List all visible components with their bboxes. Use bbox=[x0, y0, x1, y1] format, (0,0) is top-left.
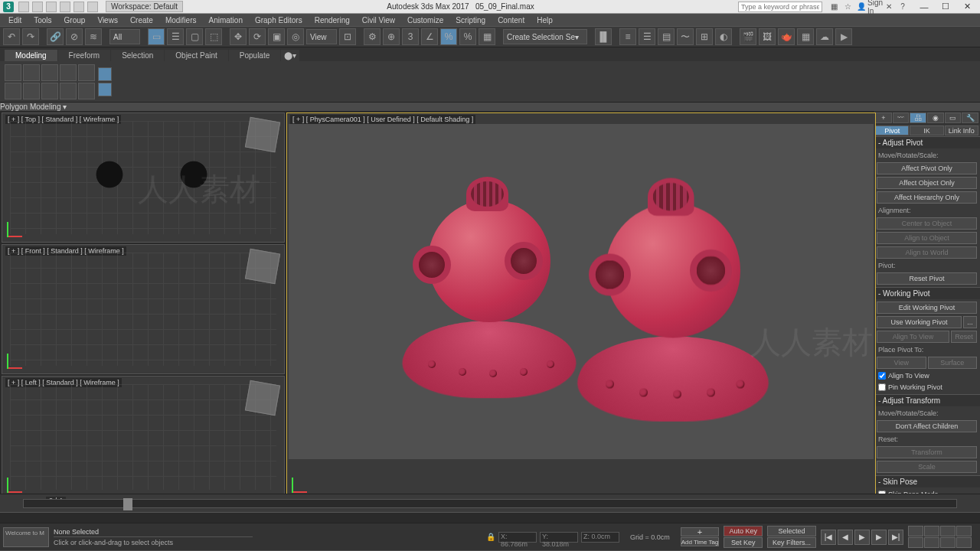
select-object-button[interactable]: ▭ bbox=[148, 28, 165, 45]
select-name-button[interactable]: ☰ bbox=[167, 28, 184, 45]
zoom-button[interactable] bbox=[908, 526, 923, 536]
auto-key-button[interactable]: Auto Key bbox=[724, 526, 763, 536]
subtab-link-info[interactable]: Link Info bbox=[945, 126, 978, 135]
subobj-edge-button[interactable] bbox=[23, 64, 40, 81]
exchange-icon[interactable]: ✕ bbox=[884, 2, 894, 12]
align-to-view-button[interactable]: Align To View bbox=[877, 331, 949, 343]
play-button[interactable]: ▶ bbox=[854, 530, 870, 545]
move-button[interactable]: ✥ bbox=[230, 28, 247, 45]
zoom-extents-all-button[interactable] bbox=[956, 526, 972, 536]
reset-transform-button[interactable]: Transform bbox=[877, 446, 977, 458]
goto-start-button[interactable]: |◀ bbox=[821, 530, 836, 545]
y-coord-field[interactable]: Y: 38.018m bbox=[540, 532, 578, 543]
render-production-button[interactable]: 🫖 bbox=[778, 28, 795, 45]
subobj-element-button[interactable] bbox=[78, 64, 95, 81]
render-online-button[interactable]: ☁ bbox=[816, 28, 833, 45]
tab-populate[interactable]: Populate bbox=[229, 50, 280, 61]
zoom-extents-button[interactable] bbox=[940, 526, 956, 536]
zoom-all-button[interactable] bbox=[924, 526, 939, 536]
viewport-camera-label[interactable]: [ + ] [ PhysCamera001 ] [ User Defined ]… bbox=[290, 115, 475, 124]
rb-toggle-2[interactable] bbox=[98, 83, 112, 96]
subtab-ik[interactable]: IK bbox=[910, 126, 943, 135]
affect-pivot-only-button[interactable]: Affect Pivot Only bbox=[877, 162, 977, 174]
motion-tab-icon[interactable]: ◉ bbox=[927, 112, 944, 123]
next-frame-button[interactable]: ▶ bbox=[871, 530, 887, 545]
help-search-input[interactable] bbox=[738, 2, 822, 12]
x-coord-field[interactable]: X: 86.786m bbox=[498, 532, 537, 543]
menu-views[interactable]: Views bbox=[92, 15, 123, 25]
display-tab-icon[interactable]: ▭ bbox=[945, 112, 962, 123]
bind-button[interactable]: ≋ bbox=[85, 28, 102, 45]
signin-icon[interactable]: 👤 bbox=[856, 2, 867, 12]
menu-rendering[interactable]: Rendering bbox=[309, 15, 355, 25]
reset-scale-button[interactable]: Scale bbox=[877, 461, 977, 473]
menu-graph-editors[interactable]: Graph Editors bbox=[250, 15, 308, 25]
orbit-button[interactable] bbox=[940, 537, 956, 548]
tab-freeform[interactable]: Freeform bbox=[58, 50, 111, 61]
ribbon-toggle-icon[interactable]: ⬤▾ bbox=[281, 50, 299, 61]
subobj-polygon-button[interactable] bbox=[60, 64, 77, 81]
minimize-button[interactable]: — bbox=[914, 2, 934, 12]
key-mode-dropdown[interactable]: Selected bbox=[767, 526, 816, 536]
align-to-world-button[interactable]: Align to World bbox=[877, 246, 977, 259]
signin-button[interactable]: Sign In bbox=[870, 2, 880, 12]
qa-project-icon[interactable] bbox=[87, 2, 98, 12]
selection-filter-dropdown[interactable]: All bbox=[109, 29, 140, 44]
rotate-button[interactable]: ⟳ bbox=[249, 28, 266, 45]
menu-create[interactable]: Create bbox=[125, 15, 158, 25]
close-button[interactable]: ✕ bbox=[957, 2, 977, 12]
prev-frame-button[interactable]: ◀ bbox=[838, 530, 853, 545]
maximize-viewport-button[interactable] bbox=[956, 537, 972, 548]
qa-open-icon[interactable] bbox=[32, 2, 43, 12]
rb-preview-button[interactable] bbox=[5, 83, 21, 99]
utilities-tab-icon[interactable]: 🔧 bbox=[962, 112, 978, 123]
subobj-vertex-button[interactable] bbox=[5, 64, 21, 81]
place-pivot-view-button[interactable]: View bbox=[877, 357, 926, 369]
viewport-front[interactable]: [ + ] [ Front ] [ Standard ] [ Wireframe… bbox=[2, 244, 285, 374]
rollout-header[interactable]: - Adjust Transform bbox=[874, 395, 980, 406]
place-pivot-surface-button[interactable]: Surface bbox=[928, 357, 978, 369]
rb-ignore-button[interactable] bbox=[23, 83, 40, 99]
dont-affect-children-button[interactable]: Don't Affect Children bbox=[877, 420, 977, 432]
unlink-button[interactable]: ⊘ bbox=[66, 28, 83, 45]
menu-group[interactable]: Group bbox=[59, 15, 91, 25]
manipulate-button[interactable]: ⚙ bbox=[364, 28, 381, 45]
undo-button[interactable]: ↶ bbox=[3, 28, 20, 45]
modify-tab-icon[interactable]: 〰 bbox=[893, 112, 910, 123]
menu-tools[interactable]: Tools bbox=[28, 15, 57, 25]
pan-button[interactable] bbox=[924, 537, 939, 548]
mirror-button[interactable]: ▐▌ bbox=[595, 28, 612, 45]
menu-animation[interactable]: Animation bbox=[203, 15, 247, 25]
z-coord-field[interactable]: Z: 0.0cm bbox=[581, 532, 619, 543]
viewcube-icon[interactable] bbox=[245, 249, 280, 284]
angle-snap-button[interactable]: ∠ bbox=[421, 28, 438, 45]
use-working-pivot-button[interactable]: Use Working Pivot bbox=[877, 316, 962, 328]
set-key-button[interactable]: Set Key bbox=[724, 537, 763, 548]
menu-customize[interactable]: Customize bbox=[402, 15, 449, 25]
menu-content[interactable]: Content bbox=[492, 15, 530, 25]
maximize-button[interactable]: ☐ bbox=[936, 2, 956, 12]
align-to-object-button[interactable]: Align to Object bbox=[877, 232, 977, 244]
named-selection-dropdown[interactable]: Create Selection Se▾ bbox=[503, 29, 587, 44]
time-slider-thumb[interactable] bbox=[123, 498, 132, 510]
lock-icon[interactable]: 🔒 bbox=[486, 533, 495, 541]
redo-button[interactable]: ↷ bbox=[22, 28, 39, 45]
qa-save-icon[interactable] bbox=[46, 2, 57, 12]
autodesk-app-icon[interactable]: ▦ bbox=[828, 2, 839, 12]
hierarchy-tab-icon[interactable]: 品 bbox=[910, 112, 926, 123]
tab-modeling[interactable]: Modeling bbox=[5, 50, 57, 61]
help-icon[interactable]: ? bbox=[897, 2, 908, 12]
schematic-view-button[interactable]: ⊞ bbox=[696, 28, 713, 45]
rollout-header[interactable]: - Working Pivot bbox=[874, 288, 980, 299]
edged-faces-button[interactable]: ▦ bbox=[479, 28, 495, 45]
reset-working-pivot-button[interactable]: Reset bbox=[951, 331, 977, 343]
favorites-icon[interactable]: ☆ bbox=[842, 2, 853, 12]
pin-working-pivot-checkbox[interactable]: Pin Working Pivot bbox=[877, 383, 977, 392]
edit-working-pivot-button[interactable]: Edit Working Pivot bbox=[877, 302, 977, 314]
render-frame-button[interactable]: 🖼 bbox=[759, 28, 776, 45]
render-iterative-button[interactable]: ▦ bbox=[797, 28, 814, 45]
workspace-dropdown[interactable]: Workspace: Default bbox=[106, 1, 183, 12]
affect-object-only-button[interactable]: Affect Object Only bbox=[877, 177, 977, 189]
center-to-object-button[interactable]: Center to Object bbox=[877, 217, 977, 230]
tab-object-paint[interactable]: Object Paint bbox=[165, 50, 227, 61]
